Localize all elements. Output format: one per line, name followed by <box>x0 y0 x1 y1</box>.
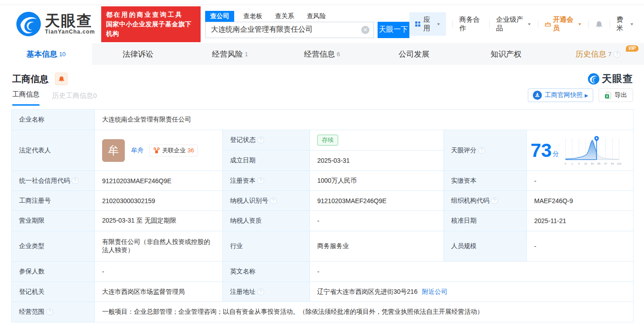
search-button[interactable]: 天眼一下 <box>378 22 409 38</box>
search-tab-company[interactable]: 查公司 <box>205 11 234 22</box>
top-divider <box>0 0 644 5</box>
table-row: 营业期限 2025-03-31 至 无固定期限 纳税人资质 - 核准日期 202… <box>12 211 634 231</box>
table-row: 法定代表人 牟 牟舟 关联企业 36 登记状态 ? <box>12 130 634 151</box>
user-menu[interactable]: 费米 ▼ <box>616 15 634 33</box>
export-button[interactable]: X 导出 <box>599 88 633 102</box>
official-snapshot-button[interactable]: 工商官网快照 ▶ <box>528 88 593 102</box>
help-icon[interactable]: ? <box>257 177 264 184</box>
paid-capital-value: - <box>527 171 634 191</box>
stamp-icon <box>533 91 542 100</box>
vip-badge: VIP <box>626 45 639 52</box>
field-label: 组织机构代码 ? <box>444 191 527 211</box>
subscribe-bell-button[interactable] <box>55 73 68 85</box>
table-row: 登记机关 大连市西岗区市场监督管理局 注册地址 ? 辽宁省大连市西岗区先进街30… <box>12 282 634 302</box>
field-label: 参保人数 <box>12 262 95 282</box>
help-icon[interactable]: ? <box>614 51 620 58</box>
apps-menu[interactable]: 应用 ▼ <box>409 12 446 36</box>
field-label: 纳税人资质 <box>223 211 310 231</box>
bell-icon <box>58 75 65 83</box>
field-label: 法定代表人 <box>12 130 95 171</box>
nearby-companies-link[interactable]: 附近公司 <box>422 288 447 295</box>
tab-ip[interactable]: 知识产权 <box>460 43 552 65</box>
search-input[interactable] <box>205 22 374 38</box>
help-icon[interactable]: ? <box>478 147 485 154</box>
reg-status-value: 存续 <box>310 130 444 151</box>
arrow-right-icon: ▶ <box>585 93 588 98</box>
tab-history[interactable]: VIP 历史信息7 ? <box>552 43 644 65</box>
search-tab-boss[interactable]: 查老板 <box>243 11 262 22</box>
top-nav: 应用 ▼ 商务合作 企业级产品 ▼ 开通会员 ▼ 费米 <box>409 12 634 36</box>
field-label: 统一社会信用代码 ? <box>12 171 95 191</box>
field-label: 营业期限 <box>12 211 95 231</box>
divider <box>489 20 490 28</box>
tab-risk[interactable]: 经营风险1 <box>184 43 276 65</box>
tab-operation[interactable]: 经营信息6 <box>276 43 368 65</box>
score-cell: 73 分 <box>527 130 634 171</box>
avatar[interactable]: 牟 <box>102 139 125 162</box>
approval-date-value: 2025-11-21 <box>527 211 634 231</box>
score-value: 73 <box>531 141 552 160</box>
svg-text:97: 97 <box>604 162 607 165</box>
excel-icon: X <box>605 92 612 99</box>
tianyancha-logo-icon <box>16 11 41 37</box>
search-tabs: 查公司 查老板 查关系 查风险 <box>205 10 409 22</box>
svg-text:99: 99 <box>611 162 614 165</box>
status-badge: 存续 <box>317 135 338 146</box>
svg-text:50: 50 <box>590 162 594 165</box>
field-label: 登记机关 <box>12 282 95 302</box>
search-tab-relation[interactable]: 查关系 <box>275 11 294 22</box>
legal-rep-link[interactable]: 牟舟 <box>131 146 144 155</box>
field-label: 经营范围 ? <box>12 302 95 322</box>
subtab-business-info[interactable]: 工商信息 <box>12 90 39 106</box>
section-title: 工商信息 <box>12 73 49 85</box>
field-label: 注册资本 ? <box>223 171 310 191</box>
nav-enterprise[interactable]: 企业级产品 ▼ <box>496 15 531 33</box>
watermark-logo: 天眼查 <box>588 72 633 86</box>
english-name-value: - <box>310 262 634 282</box>
crown-icon <box>545 21 551 28</box>
svg-text:0: 0 <box>565 162 566 165</box>
svg-text:100: 100 <box>617 162 622 165</box>
nav-open-vip[interactable]: 开通会员 ▼ <box>545 15 582 33</box>
business-scope-value: 一般项目：企业总部管理；企业管理咨询；以自有资金从事投资活动。（除依法须经批准的… <box>95 302 634 322</box>
nav-cooperation[interactable]: 商务合作 <box>459 15 483 33</box>
tab-legal[interactable]: 法律诉讼 <box>92 43 184 65</box>
tab-basic-info[interactable]: 基本信息10 <box>0 43 92 65</box>
notifications-button[interactable] <box>595 20 603 29</box>
svg-text:3: 3 <box>578 162 580 165</box>
credit-code-value: 91210203MAEF246Q9E <box>95 171 223 191</box>
tab-development[interactable]: 公司发展 <box>368 43 460 65</box>
industry-value: 商务服务业 <box>310 231 444 262</box>
subtab-history-business-info[interactable]: 历史工商信息0 <box>52 92 97 106</box>
divider <box>610 20 610 28</box>
search-tab-risk[interactable]: 查风险 <box>307 11 326 22</box>
org-code-value: MAEF246Q-9 <box>527 191 634 211</box>
related-companies-badge[interactable]: 关联企业 36 <box>149 145 198 156</box>
org-network-icon <box>153 147 160 154</box>
business-term-value: 2025-03-31 至 无固定期限 <box>95 211 223 231</box>
clear-icon[interactable]: ✕ <box>361 26 369 34</box>
divider <box>538 20 538 28</box>
svg-text:X: X <box>606 94 609 98</box>
table-row: 企业类型 有限责任公司（非自然人投资或控股的法人独资） 行业 商务服务业 人员规… <box>12 231 634 262</box>
help-icon[interactable]: ? <box>491 197 498 204</box>
reg-capital-value: 1000万人民币 <box>310 171 444 191</box>
reg-number-value: 210203000302159 <box>95 191 223 211</box>
chevron-down-icon: ▼ <box>629 22 634 26</box>
field-label: 人员规模 <box>444 231 527 262</box>
chevron-down-icon: ▼ <box>527 22 531 26</box>
help-icon[interactable]: ? <box>257 288 264 295</box>
table-row: 经营范围 ? 一般项目：企业总部管理；企业管理咨询；以自有资金从事投资活动。（除… <box>12 302 634 322</box>
help-icon[interactable]: ? <box>270 197 277 204</box>
help-icon[interactable]: ? <box>72 177 79 184</box>
table-row: 参保人数 - 英文名称 - <box>12 262 634 282</box>
divider <box>452 20 453 28</box>
svg-text:15: 15 <box>584 162 587 165</box>
logo[interactable]: 天眼查 TianYanCha.com <box>16 11 95 37</box>
help-icon[interactable]: ? <box>46 308 53 315</box>
svg-text:85: 85 <box>597 162 600 165</box>
help-icon[interactable]: ? <box>257 136 264 143</box>
brand-domain: TianYanCha.com <box>45 29 95 35</box>
score-distribution-chart: 0 1 3 15 50 85 97 99 100 <box>562 134 623 167</box>
field-label: 企业类型 <box>12 231 95 262</box>
